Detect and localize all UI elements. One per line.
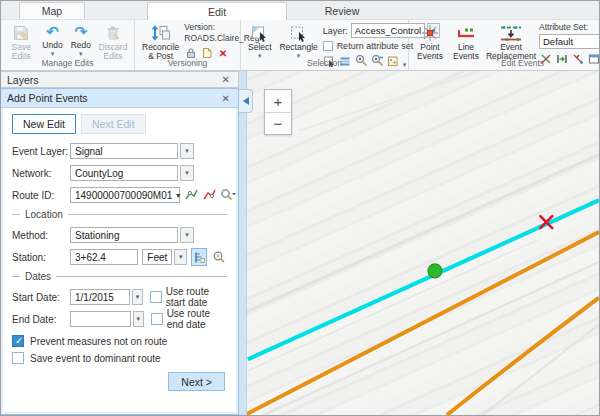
start-date-input[interactable]: 1/1/2015 — [70, 289, 130, 305]
chevron-down-icon[interactable]: ▾ — [180, 165, 194, 181]
use-route-end-date-label: Use route end date — [167, 308, 227, 330]
return-attribute-set-checkbox[interactable] — [323, 41, 333, 51]
group-versioning: Reconcile & Post Version: ROADS.Claire_R… — [135, 20, 241, 70]
pane-splitter[interactable] — [239, 71, 247, 415]
discard-edits-button[interactable]: Discard Edits — [96, 22, 130, 63]
next-edit-button[interactable]: Next Edit — [81, 114, 146, 134]
rectangle-select-icon — [289, 24, 308, 42]
chevron-down-icon[interactable]: ▾ — [180, 227, 194, 243]
save-edits-button[interactable]: Save Edits — [5, 22, 37, 63]
station-input[interactable]: 3+62.4 — [70, 249, 138, 265]
zoom-to-station-icon[interactable] — [211, 248, 227, 266]
line-events-button[interactable]: Line Events — [449, 22, 483, 63]
road-line — [447, 298, 599, 415]
map-zoom-control: + − — [264, 89, 292, 135]
close-icon[interactable]: ✕ — [220, 74, 232, 85]
return-attribute-set-label: Return attribute set — [337, 41, 414, 51]
location-section-label: Location — [25, 209, 63, 220]
group-edit-events: Point Events Line Events — [409, 20, 600, 70]
chevron-down-icon: ▾ — [79, 51, 83, 56]
use-route-start-date-checkbox[interactable] — [150, 291, 162, 303]
app-window: Map Edit Review Save Edits ↶ Undo ▾ — [0, 0, 600, 416]
zoom-to-route-icon[interactable] — [220, 186, 236, 204]
use-route-end-date-checkbox[interactable] — [151, 313, 163, 325]
end-date-input[interactable] — [70, 311, 131, 327]
point-events-icon — [420, 24, 440, 42]
save-to-dominant-route-label: Save event to dominant route — [30, 353, 161, 364]
end-date-label: End Date: — [12, 314, 70, 325]
ribbon-tab-bar: Map Edit Review — [1, 1, 599, 19]
tab-map[interactable]: Map — [19, 2, 85, 19]
layers-panel-header[interactable]: Layers ✕ — [1, 71, 239, 88]
network-label: Network: — [12, 168, 70, 179]
event-point-marker — [428, 264, 442, 278]
select-route-icon[interactable] — [184, 186, 198, 204]
chevron-down-icon[interactable]: ▾ — [132, 289, 142, 305]
add-point-events-pane: Add Point Events ✕ New Edit Next Edit Ev… — [1, 88, 239, 415]
chevron-down-icon: ▾ — [172, 191, 180, 200]
chevron-down-icon: ▾ — [51, 51, 55, 56]
next-button[interactable]: Next > — [168, 372, 225, 391]
rectangle-button[interactable]: Rectangle ▾ — [277, 22, 321, 60]
method-dropdown[interactable]: Stationing — [70, 227, 178, 243]
chevron-down-icon[interactable]: ▾ — [180, 143, 194, 159]
pane-title: Add Point Events — [7, 92, 220, 104]
prevent-measures-label: Prevent measures not on route — [30, 336, 167, 347]
tab-review[interactable]: Review — [317, 2, 367, 19]
start-date-label: Start Date: — [12, 292, 70, 303]
prevent-measures-checkbox[interactable] — [12, 335, 24, 347]
use-route-start-date-label: Use route start date — [166, 286, 227, 308]
map-view[interactable]: + − — [239, 71, 599, 415]
save-icon — [12, 24, 30, 42]
new-edit-button[interactable]: New Edit — [12, 114, 76, 134]
road-line — [245, 232, 599, 415]
collapse-left-icon — [243, 97, 249, 105]
event-replacement-button[interactable]: Event Replacement — [485, 22, 537, 63]
redo-icon: ↷ — [75, 24, 88, 40]
reconcile-icon — [151, 24, 171, 42]
group-selection: Select ▾ Rectangle ▾ Layer: Access_Contr… — [241, 20, 409, 70]
dates-section-label: Dates — [25, 271, 51, 282]
network-dropdown[interactable]: CountyLog — [70, 165, 178, 181]
chevron-down-icon[interactable]: ▾ — [174, 249, 187, 265]
method-label: Method: — [12, 230, 70, 241]
ribbon: Save Edits ↶ Undo ▾ ↷ Redo ▾ — [1, 19, 599, 71]
select-icon — [250, 24, 269, 42]
group-label-edit-events: Edit Events — [409, 58, 600, 70]
collapse-pane-button[interactable] — [239, 89, 253, 113]
zoom-out-button[interactable]: − — [265, 112, 291, 134]
trash-icon — [104, 24, 122, 42]
route-id-combobox[interactable]: 14900000700090M01 ▾ — [70, 187, 180, 203]
reconcile-post-button[interactable]: Reconcile & Post — [139, 22, 182, 63]
chevron-down-icon[interactable]: ▾ — [133, 311, 144, 327]
route-id-label: Route ID: — [12, 190, 70, 201]
save-to-dominant-route-checkbox[interactable] — [12, 352, 24, 364]
event-layer-dropdown[interactable]: Signal — [70, 143, 178, 159]
map-graphics — [239, 71, 599, 415]
station-label: Station: — [12, 252, 70, 263]
group-label-versioning: Versioning — [135, 58, 240, 70]
select-route-on-map-icon[interactable] — [202, 186, 216, 204]
line-events-icon — [456, 24, 476, 42]
attribute-set-dropdown[interactable]: Default ▾ — [539, 34, 600, 49]
layer-label: Layer: — [323, 26, 348, 36]
event-replacement-icon — [499, 24, 523, 42]
close-icon[interactable]: ✕ — [220, 93, 232, 104]
layers-panel-title: Layers — [7, 74, 220, 86]
group-manage-edits: Save Edits ↶ Undo ▾ ↷ Redo ▾ — [1, 20, 135, 70]
pane-header[interactable]: Add Point Events ✕ — [1, 89, 238, 108]
group-label-selection: Selection — [241, 58, 408, 70]
tab-edit[interactable]: Edit — [147, 2, 287, 20]
group-label-manage-edits: Manage Edits — [1, 58, 134, 70]
redo-button[interactable]: ↷ Redo ▾ — [68, 22, 94, 58]
station-from-map-tool[interactable] — [191, 248, 207, 266]
point-events-button[interactable]: Point Events — [413, 22, 447, 63]
undo-icon: ↶ — [46, 24, 59, 40]
zoom-in-button[interactable]: + — [265, 90, 291, 112]
undo-button[interactable]: ↶ Undo ▾ — [39, 22, 65, 58]
event-layer-label: Event Layer: — [12, 146, 70, 157]
units-dropdown[interactable]: Feet — [142, 249, 172, 265]
attribute-set-label: Attribute Set: — [539, 23, 600, 33]
select-button[interactable]: Select ▾ — [245, 22, 275, 60]
